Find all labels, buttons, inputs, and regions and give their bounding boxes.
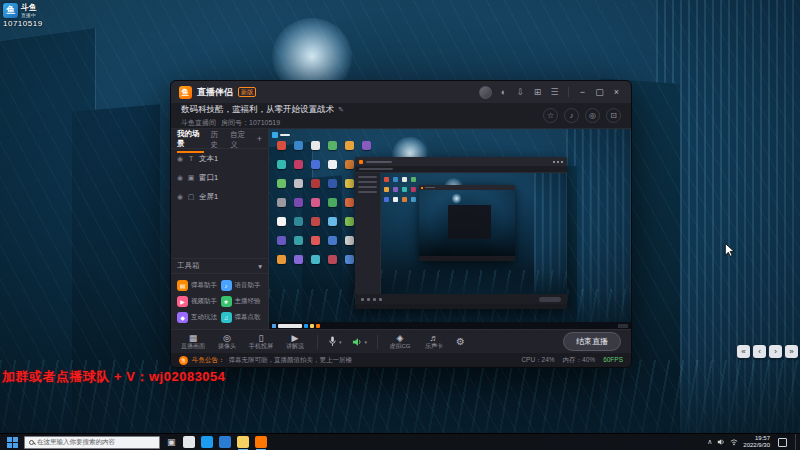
toolbar-button[interactable]: ▶讲解流 [283,333,307,350]
preview-desktop-icon [277,198,286,207]
settings-gear-icon[interactable]: ⚙ [456,336,465,347]
app-icon[interactable] [183,436,195,448]
preview-desktop-icon [411,177,416,182]
scene-item[interactable]: ◉T文本1 [171,149,268,168]
chevron-down-icon[interactable]: ▾ [339,339,342,345]
microphone-button[interactable]: ▾ [328,336,342,347]
toolbar-button-label: 讲解流 [286,343,304,350]
favorite-icon[interactable]: ☆ [543,108,558,123]
preview-desktop-icon [402,177,407,182]
tab-2[interactable]: 自定义 [230,126,251,152]
browser-icon[interactable] [219,436,231,448]
app-title: 直播伴侣 [197,86,233,99]
scene-item[interactable]: ◉▢全屏1 [171,187,268,206]
toolbar-button[interactable]: ♬乐声卡 [422,333,446,350]
preview-desktop-icon [277,179,286,188]
chevron-down-icon[interactable]: ▾ [365,339,368,345]
tab-1[interactable]: 历史 [210,126,224,152]
tray-expand-icon[interactable]: ∧ [707,438,712,446]
preview-desktop-icon [362,141,371,150]
toolbar-button[interactable]: ▯手机投屏 [249,333,273,350]
preview-desktop-icon [384,187,389,192]
tool-label: 语音助手 [235,281,261,290]
eye-icon[interactable]: ◉ [177,155,183,163]
toolbox-header[interactable]: 工具箱 ▾ [171,258,268,274]
twitter-icon[interactable] [201,436,213,448]
preview-desktop-icon [311,255,320,264]
preview-desktop-icon [277,217,286,226]
last-page-button[interactable]: » [785,345,798,358]
eye-icon[interactable]: ◉ [177,193,183,201]
toolbar-button-icon: ▯ [259,333,264,343]
stop-stream-button[interactable]: 结束直播 [563,332,621,351]
user-avatar[interactable] [479,86,492,99]
record-icon[interactable]: ◎ [585,108,600,123]
preview-desktop-icon [311,160,320,169]
tool-item[interactable]: ♫弹幕点歌 [221,312,263,323]
app-titlebar[interactable]: 鱼 直播伴侣 新版 ◐⇩⊞☰ −▢× [171,81,631,103]
toolbar-button[interactable]: ▦直播画面 [181,333,205,350]
scene-label: 窗口1 [199,173,218,183]
close-button[interactable]: × [610,87,623,97]
preview-desktop-icon [345,160,354,169]
preview-desktop-icon [328,236,337,245]
next-page-button[interactable]: › [769,345,782,358]
source-type-icon: ▢ [187,193,195,201]
toolbar-button-icon: ◈ [397,333,404,343]
show-desktop-button[interactable] [795,434,798,450]
music-icon[interactable]: ♪ [564,108,579,123]
douyu-icon[interactable] [255,436,267,448]
toolbar-button[interactable]: ◈虚拟CG [388,333,412,350]
task-view-icon[interactable]: ▣ [167,437,176,447]
preview-desktop-icon [345,236,354,245]
layout-icon[interactable]: ⊡ [606,108,621,123]
tool-item[interactable]: ▶视频助手 [177,296,219,307]
first-page-button[interactable]: « [737,345,750,358]
preview-desktop-icon [277,236,286,245]
action-center-icon[interactable] [778,438,787,447]
network-icon[interactable] [730,438,738,446]
preview-desktop-icon [294,255,303,264]
preview-desktop-icon [402,197,407,202]
douyu-fish-icon: 鱼 [179,356,188,365]
toolbar-button[interactable]: ◎摄像头 [215,333,239,350]
toolbar-button-icon: ◎ [223,333,231,343]
speaker-icon [352,337,363,347]
taskbar-search[interactable]: 在这里输入你要搜索的内容 [24,436,160,449]
announcement-prefix: 斗鱼公告： [192,356,225,365]
taskbar-clock[interactable]: 19:57 2022/9/30 [743,435,770,449]
stat-value: 内存：40% [563,356,596,365]
menu-icon[interactable]: ☰ [548,87,561,97]
live-preview-canvas[interactable] [269,129,631,329]
maximize-button[interactable]: ▢ [593,87,606,97]
desktop: 鱼 斗鱼 直播中 10710519 鱼 直播伴侣 新版 ◐⇩⊞☰ −▢× 数码科… [0,0,800,450]
apps-icon[interactable]: ⊞ [531,87,544,97]
download-icon[interactable]: ⇩ [514,87,527,97]
eye-icon[interactable]: ◉ [177,174,183,182]
douyu-logo-icon: 鱼 [3,3,18,18]
folder-icon[interactable] [237,436,249,448]
tool-item[interactable]: ★主播经验 [221,296,263,307]
theme-icon[interactable]: ◐ [497,87,510,97]
preview-desktop-icon [277,160,286,169]
volume-icon[interactable] [717,438,725,446]
tool-item[interactable]: ▤弹幕助手 [177,280,219,291]
preview-desktop-icon [311,179,320,188]
preview-desktop-icon [402,187,407,192]
preview-desktop-icon [294,198,303,207]
speaker-button[interactable]: ▾ [352,337,368,347]
toolbar-button-icon: ▶ [292,333,299,343]
preview-desktop-icon [345,198,354,207]
start-button[interactable] [0,434,24,450]
edit-title-icon[interactable]: ✎ [338,106,344,114]
preview-desktop-icon [345,217,354,226]
tool-item[interactable]: ♪语音助手 [221,280,263,291]
preview-desktop-icon [311,198,320,207]
minimize-button[interactable]: − [576,87,589,97]
prev-page-button[interactable]: ‹ [753,345,766,358]
chevron-down-icon: ▾ [258,262,262,271]
add-scene-button[interactable]: + [257,134,262,144]
tool-item[interactable]: ◆互动玩法 [177,312,219,323]
scene-item[interactable]: ◉▣窗口1 [171,168,268,187]
preview-desktop-icon [328,198,337,207]
